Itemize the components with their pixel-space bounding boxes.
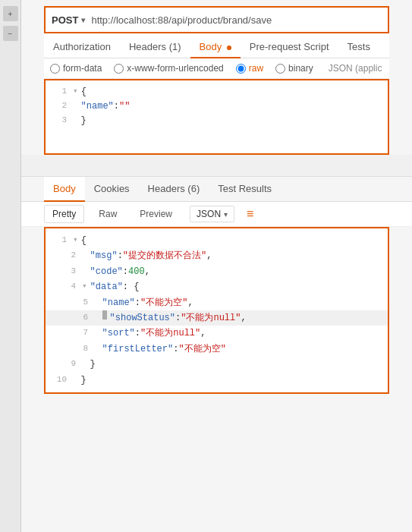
format-chevron: ▾ [224, 210, 228, 219]
resp-line-2: 2 "msg" : "提交的数据不合法" , [46, 248, 388, 263]
json-type-label: JSON (applic [329, 63, 382, 74]
method-chevron: ▾ [81, 16, 85, 24]
resp-line-8: 8 "firstLetter" : "不能为空" [46, 342, 388, 357]
body-dot [227, 46, 231, 50]
response-body-area: 1 ▾ { 2 "msg" : "提交的数据不合法" , 3 "code" : … [44, 227, 389, 394]
resp-subtab-preview[interactable]: Preview [131, 205, 181, 223]
url-bar: POST ▾ [44, 6, 389, 33]
middle-spacer [21, 155, 412, 176]
resp-line-5: 5 "name" : "不能为空" , [46, 295, 388, 310]
main-content: POST ▾ Authorization Headers (1) Body Pr… [21, 6, 412, 394]
resp-line-6: 6 "showStatus" : "不能为null" , [46, 310, 388, 326]
option-binary[interactable]: binary [275, 63, 313, 74]
resp-line-7: 7 "sort" : "不能为null" , [46, 326, 388, 341]
option-urlencoded[interactable]: x-www-form-urlencoded [114, 63, 223, 74]
request-tabs-row: Authorization Headers (1) Body Pre-reque… [44, 33, 389, 58]
request-body-editor[interactable]: 1 ▾ { 2 "name":"" 3 } [44, 79, 389, 155]
resp-subtab-pretty[interactable]: Pretty [44, 205, 84, 223]
tab-pre-request[interactable]: Pre-request Script [241, 36, 338, 58]
method-label: POST [52, 14, 78, 26]
resp-line-3: 3 "code" : 400 , [46, 264, 388, 279]
code-line-2: 2 "name":"" [46, 99, 388, 114]
resp-line-10: 10 } [46, 373, 388, 388]
tab-body[interactable]: Body [190, 36, 241, 58]
body-options-row: form-data x-www-form-urlencoded raw bina… [44, 58, 389, 79]
tab-tests[interactable]: Tests [338, 36, 379, 58]
resp-tab-test-results[interactable]: Test Results [209, 177, 281, 202]
resp-subtab-raw[interactable]: Raw [90, 205, 125, 223]
resp-line-4: 4 ▾ "data" : { [46, 279, 388, 294]
code-line-1: 1 ▾ { [46, 85, 388, 99]
url-input[interactable] [91, 14, 382, 26]
filter-icon[interactable]: ≡ [247, 207, 253, 221]
method-selector[interactable]: POST ▾ [52, 14, 85, 26]
tab-headers[interactable]: Headers (1) [120, 36, 190, 58]
sidebar-btn-minus[interactable]: − [3, 26, 18, 41]
response-subtabs-row: Pretty Raw Preview JSON ▾ ≡ [21, 202, 412, 227]
resp-tab-headers[interactable]: Headers (6) [139, 177, 209, 202]
sidebar-left: + − [0, 0, 21, 532]
option-form-data[interactable]: form-data [50, 63, 102, 74]
code-line-3: 3 } [46, 114, 388, 128]
sidebar-btn-plus[interactable]: + [3, 6, 18, 21]
resp-line-1: 1 ▾ { [46, 233, 388, 248]
resp-tab-cookies[interactable]: Cookies [85, 177, 139, 202]
line-indicator [102, 310, 107, 320]
option-raw[interactable]: raw [236, 63, 263, 74]
response-tabs-row: Body Cookies Headers (6) Test Results [21, 176, 412, 202]
resp-line-9: 9 } [46, 357, 388, 372]
format-label: JSON [197, 209, 221, 219]
tab-authorization[interactable]: Authorization [44, 36, 120, 58]
format-dropdown[interactable]: JSON ▾ [190, 206, 234, 222]
resp-tab-body[interactable]: Body [44, 177, 85, 202]
